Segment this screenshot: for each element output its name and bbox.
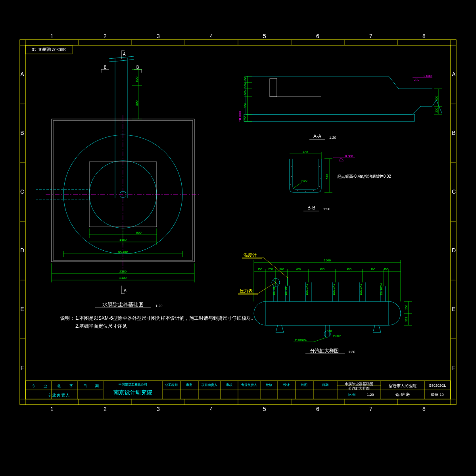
svg-text:D219X7: D219X7 xyxy=(332,284,336,295)
svg-text:8: 8 xyxy=(422,33,426,39)
svg-text:DN20: DN20 xyxy=(284,287,288,295)
svg-text:专: 专 xyxy=(32,384,35,388)
svg-text:B: B xyxy=(20,130,24,136)
grid-labels-bottom: 1 2 3 4 5 6 7 8 xyxy=(50,406,426,412)
svg-text:8: 8 xyxy=(422,406,426,412)
svg-text:100: 100 xyxy=(244,77,247,82)
svg-text:0.000: 0.000 xyxy=(345,154,353,158)
svg-text:DN80X4: DN80X4 xyxy=(380,283,383,295)
svg-text:6: 6 xyxy=(316,406,319,412)
svg-text:D: D xyxy=(20,247,24,253)
svg-line-117 xyxy=(389,76,399,89)
svg-text:F: F xyxy=(21,365,24,371)
svg-text:1:20: 1:20 xyxy=(367,393,374,397)
svg-line-233 xyxy=(313,337,327,342)
svg-text:1:20: 1:20 xyxy=(348,350,355,354)
svg-text:600: 600 xyxy=(135,77,138,82)
svg-text:C: C xyxy=(20,188,24,195)
svg-text:F: F xyxy=(452,365,456,371)
svg-text:5: 5 xyxy=(263,33,266,39)
svg-text:1.本图是以SXM-6型除尘器外型尺寸图为样本设计的，施工时: 1.本图是以SXM-6型除尘器外型尺寸图为样本设计的，施工时请与到货尺寸仔细核对… xyxy=(75,315,256,321)
svg-text:7: 7 xyxy=(369,33,372,39)
svg-text:150: 150 xyxy=(384,268,388,271)
svg-text:南京设计研究院: 南京设计研究院 xyxy=(113,389,152,395)
svg-text:2: 2 xyxy=(104,33,107,39)
svg-text:150: 150 xyxy=(257,268,262,271)
svg-text:E: E xyxy=(452,306,455,312)
section-a: 100 100 100 300 500 ±0.000 500 250 0.000… xyxy=(238,74,442,140)
grid-labels-top: 1 2 3 4 5 6 7 8 xyxy=(50,33,426,39)
svg-text:1450: 1450 xyxy=(119,238,127,242)
svg-text:510: 510 xyxy=(325,174,329,179)
steam-cylinder: 2500 150 200 340 450 450 450 160 150 200… xyxy=(238,253,412,354)
svg-text:±0.000: ±0.000 xyxy=(238,111,242,122)
svg-point-152 xyxy=(319,166,320,167)
svg-text:450: 450 xyxy=(320,268,324,271)
svg-text:250: 250 xyxy=(435,108,438,113)
svg-text:S80202GL: S80202GL xyxy=(429,384,446,388)
svg-rect-171 xyxy=(254,301,401,325)
svg-text:2380: 2380 xyxy=(119,270,127,273)
svg-text:日: 日 xyxy=(83,384,87,388)
svg-text:总工程师: 总工程师 xyxy=(165,383,178,387)
svg-text:150: 150 xyxy=(327,330,332,332)
svg-text:中国建筑工程总公司: 中国建筑工程总公司 xyxy=(119,383,147,386)
svg-text:480: 480 xyxy=(303,150,308,154)
plan-title: 水膜除尘器基础图 xyxy=(102,301,144,307)
plan-view: B B A 600 500 950 1450 Ø2180 2380 2400 A xyxy=(36,51,200,308)
svg-text:500: 500 xyxy=(135,100,138,106)
svg-text:起点标高-0.4m,按沟底坡i=0.02: 起点标高-0.4m,按沟底坡i=0.02 xyxy=(337,174,391,178)
svg-line-63 xyxy=(109,60,134,62)
svg-point-151 xyxy=(313,190,314,191)
svg-text:4: 4 xyxy=(210,33,213,39)
svg-text:300: 300 xyxy=(244,103,247,108)
svg-text:DN20: DN20 xyxy=(272,287,276,295)
svg-text:A: A xyxy=(20,71,24,77)
cad-drawing-canvas: 1 2 3 4 5 6 7 8 1 2 3 4 5 6 7 8 A B C D … xyxy=(0,0,476,476)
svg-text:E: E xyxy=(20,306,24,312)
svg-text:宿迁市人民医院: 宿迁市人民医院 xyxy=(389,384,416,388)
svg-text:1:20: 1:20 xyxy=(323,207,330,211)
svg-text:签: 签 xyxy=(58,384,61,388)
svg-rect-120 xyxy=(270,79,277,97)
svg-text:分汽缸大样图: 分汽缸大样图 xyxy=(310,348,339,353)
svg-text:100: 100 xyxy=(244,90,247,95)
svg-text:200: 200 xyxy=(405,305,408,310)
svg-text:D: D xyxy=(452,247,456,253)
svg-text:专 业 负 责 人: 专 业 负 责 人 xyxy=(48,393,69,397)
svg-text:R50: R50 xyxy=(301,179,307,182)
svg-text:专业负责人: 专业负责人 xyxy=(241,383,257,387)
svg-text:A: A xyxy=(452,71,456,77)
svg-text:制图: 制图 xyxy=(301,383,307,387)
svg-text:450: 450 xyxy=(296,268,301,271)
svg-text:6: 6 xyxy=(316,33,319,39)
grid-labels-left: A B C D E F xyxy=(20,71,24,371)
svg-text:0.000: 0.000 xyxy=(424,74,432,78)
svg-text:温度计: 温度计 xyxy=(244,253,257,257)
svg-point-153 xyxy=(320,178,321,179)
svg-text:D219X7: D219X7 xyxy=(359,284,363,295)
svg-text:A-A: A-A xyxy=(313,134,321,139)
svg-text:7: 7 xyxy=(369,406,372,412)
svg-text:200: 200 xyxy=(268,268,273,271)
svg-text:1:20: 1:20 xyxy=(155,304,163,308)
svg-text:期: 期 xyxy=(95,384,99,388)
svg-text:设计: 设计 xyxy=(283,383,290,387)
title-block: 专 业 签 字 日 期 专 业 负 责 人 中国建筑工程总公司 南京设计研究院 … xyxy=(25,381,451,399)
svg-text:5: 5 xyxy=(263,406,266,412)
svg-text:2500: 2500 xyxy=(324,259,331,262)
svg-text:1:20: 1:20 xyxy=(329,136,336,140)
svg-text:Ø2180: Ø2180 xyxy=(118,250,128,253)
svg-text:校核: 校核 xyxy=(265,383,272,387)
svg-text:审核: 审核 xyxy=(226,383,232,387)
svg-line-163 xyxy=(294,182,301,188)
svg-point-150 xyxy=(305,191,306,192)
svg-point-147 xyxy=(291,176,292,177)
outer-border xyxy=(20,40,456,405)
svg-text:529: 529 xyxy=(405,317,408,322)
svg-text:说明：: 说明： xyxy=(60,315,75,321)
svg-text:暖施-10: 暖施-10 xyxy=(431,393,443,397)
svg-text:100: 100 xyxy=(244,83,247,88)
svg-text:B: B xyxy=(136,65,139,69)
svg-text:B: B xyxy=(452,130,455,136)
